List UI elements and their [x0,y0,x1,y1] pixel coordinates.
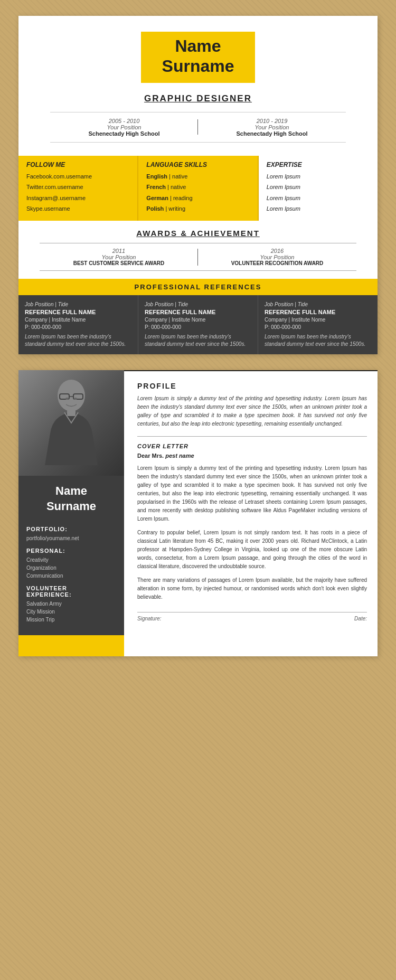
ref-lorem-1: Lorem Ipsum has been the industry's stan… [25,333,131,348]
social-instagram: Instagram@.username [26,194,129,202]
ref-name-3: REFERENCE FULL NAME [265,309,371,315]
job-title: GRAPHIC DESIGNER [29,93,367,104]
cover-letter-title: COVER LETTER [137,443,367,449]
timeline-years-1: 2005 - 2010 [55,118,193,124]
sidebar: Name Surname PORTFOLIO: portfolio/yourna… [18,370,124,656]
expertise-col: EXPERTISE Lorem Ipsum Lorem Ipsum Lorem … [259,156,378,221]
language-header: LANGUAGE SKILLS [146,161,249,168]
follow-me-header: FOLLOW ME [26,161,129,168]
timeline-years-2: 2010 - 2019 [203,118,341,124]
ref-name-2: REFERENCE FULL NAME [145,309,251,315]
lang-polish: Polish | writing [146,205,249,213]
ref-job-3: Job Position | Tide [265,301,371,307]
personal-label: PERSONAL: [26,548,116,554]
profile-photo [18,370,124,476]
section-divider-1 [137,436,367,437]
personal-value: CreativityOrganizationCommunication [26,556,116,580]
award-pos-1: Your Position [45,254,193,260]
social-skype: Skype.username [26,205,129,213]
awards-timeline: 2011 Your Position BEST CUSTOMER SERVICE… [40,243,356,271]
award-2: 2016 Your Position VOLUNTEER RECOGNITION… [198,248,356,266]
ref-col-3: Job Position | Tide REFERENCE FULL NAME … [258,295,378,354]
ref-name-1: REFERENCE FULL NAME [25,309,131,315]
timeline-item-1: 2005 - 2010 Your Position Schenectady Hi… [50,118,198,137]
award-name-1: BEST CUSTOMER SERVICE AWARD [45,260,193,266]
ref-phone-1: P: 000-000-000 [25,324,131,330]
sidebar-name: Name Surname [41,476,101,519]
info-grid: FOLLOW ME Facebook.com.username Twitter.… [18,156,378,221]
social-facebook: Facebook.com.username [26,173,129,181]
lang-english: English | native [146,173,249,181]
cover-letter-content: PROFILE Lorem Ipsum is simply a dummy te… [124,370,378,656]
resume-header: Name Surname GRAPHIC DESIGNER 2005 - 201… [18,16,378,156]
lang-german: German | reading [146,194,249,202]
name-block: Name Surname [141,32,256,83]
signature-section: Signature: Date: [137,612,367,621]
ref-company-2: Company | Institute Nome [145,317,251,323]
education-timeline: 2005 - 2010 Your Position Schenectady Hi… [50,112,346,143]
timeline-position-2: Your Position [203,124,341,130]
body-paragraph-1: Lorem Ipsum is simply a dummy text of th… [137,464,367,523]
page-1: Name Surname GRAPHIC DESIGNER 2005 - 201… [18,16,378,354]
references-header: PROFESSIONAL REFERENCES [18,279,378,295]
ref-col-1: Job Position | Tide REFERENCE FULL NAME … [18,295,138,354]
timeline-item-2: 2010 - 2019 Your Position Schenectady Hi… [198,118,346,137]
expertise-4: Lorem Ipsum [267,205,370,213]
ref-lorem-3: Lorem Ipsum has been the industry's stan… [265,333,371,348]
award-year-1: 2011 [45,248,193,254]
award-1: 2011 Your Position BEST CUSTOMER SERVICE… [40,248,198,266]
portfolio-value: portfolio/yourname.net [26,534,116,542]
timeline-position-1: Your Position [55,124,193,130]
body-paragraph-2: Contrary to popular belief, Lorem Ipsum … [137,529,367,571]
svg-point-6 [74,398,77,400]
person-name: Name Surname [162,36,234,77]
expertise-2: Lorem Ipsum [267,183,370,191]
portfolio-label: PORTFOLIO: [26,526,116,532]
ref-col-2: Job Position | Tide REFERENCE FULL NAME … [138,295,258,354]
award-name-2: VOLUNTEER RECOGNITION AWARD [203,260,351,266]
expertise-1: Lorem Ipsum [267,173,370,181]
date-label: Date: [354,616,367,621]
profile-section-title: PROFILE [137,382,367,390]
awards-title: AWARDS & ACHIEVEMENT [18,221,378,243]
profile-text: Lorem Ipsum is simply a dummy text of th… [137,394,367,428]
ref-company-3: Company | Institute Nome [265,317,371,323]
yellow-accent-bar [18,635,124,656]
references-grid: Job Position | Tide REFERENCE FULL NAME … [18,295,378,354]
dear-line: Dear Mrs. pest name [137,453,367,459]
page-2: Name Surname PORTFOLIO: portfolio/yourna… [18,370,378,656]
ref-job-1: Job Position | Tide [25,301,131,307]
volunteer-label: VOLUNTEEREXPERIENCE: [26,585,116,598]
follow-me-col: FOLLOW ME Facebook.com.username Twitter.… [18,156,137,221]
expertise-3: Lorem Ipsum [267,194,370,202]
svg-point-5 [65,398,69,400]
language-skills-col: LANGUAGE SKILLS English | native French … [137,156,258,221]
timeline-school-1: Schenectady High School [55,130,193,137]
photo-placeholder [18,370,124,476]
ref-lorem-2: Lorem Ipsum has been the industry's stan… [145,333,251,348]
person-silhouette [40,375,103,470]
sidebar-info: PORTFOLIO: portfolio/yourname.net PERSON… [18,520,124,635]
ref-job-2: Job Position | Tide [145,301,251,307]
award-pos-2: Your Position [203,254,351,260]
timeline-school-2: Schenectady High School [203,130,341,137]
volunteer-value: Salvation ArmyCity MissionMission Trip [26,600,116,624]
social-twitter: Twitter.com.username [26,183,129,191]
lang-french: French | native [146,183,249,191]
ref-company-1: Company | Institute Name [25,317,131,323]
body-paragraph-3: There are many variations of passages of… [137,576,367,601]
ref-phone-3: P: 000-000-000 [265,324,371,330]
signature-label: Signature: [137,616,162,621]
expertise-header: EXPERTISE [267,161,370,168]
award-year-2: 2016 [203,248,351,254]
svg-rect-4 [67,410,76,416]
ref-phone-2: P: 000-000-000 [145,324,251,330]
